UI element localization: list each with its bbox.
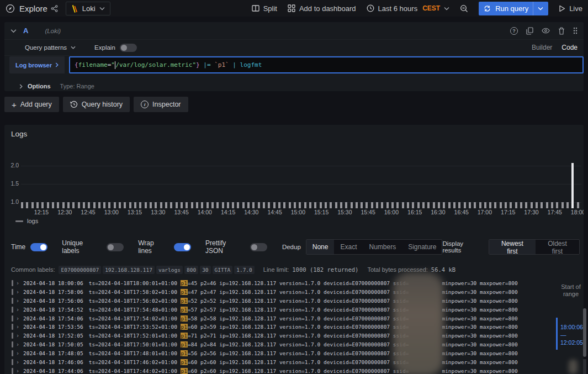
options-label[interactable]: Options <box>28 83 51 89</box>
x-axis-tick: 12:30 <box>57 209 72 215</box>
histogram-bar <box>57 202 59 208</box>
toggle-time[interactable]: Time <box>11 243 47 251</box>
query-expression: {filename="/var/log/solar.metric"} |= `p… <box>75 61 262 69</box>
log-browser-label: Log browser <box>15 62 52 69</box>
drag-handle-grip-icon[interactable] <box>573 27 578 34</box>
log-rows: ›2024-04-18 18:00:06ts=2024-04-18T18:00:… <box>9 279 584 374</box>
expand-row-icon[interactable]: › <box>16 359 19 365</box>
log-row[interactable]: ›2024-04-18 18:00:06ts=2024-04-18T18:00:… <box>9 279 584 288</box>
add-to-dashboard-button[interactable]: Add to dashboard <box>288 4 356 13</box>
query-token: " <box>111 61 115 69</box>
dedup-option-numbers[interactable]: Numbers <box>363 240 402 254</box>
expand-row-icon[interactable]: › <box>16 298 19 304</box>
inspector-button[interactable]: i Inspector <box>134 97 188 112</box>
toggle-prettify-json[interactable]: Prettify JSON <box>205 239 267 255</box>
scrollbar-track[interactable] <box>583 359 586 374</box>
expand-row-icon[interactable]: › <box>16 333 19 339</box>
histogram-bar <box>181 202 183 208</box>
histogram-bar <box>551 202 553 208</box>
start-of-range-label: Start of range <box>559 283 582 298</box>
range-marker[interactable]: 18:00:06 — 12:02:05 <box>560 323 583 346</box>
log-row[interactable]: ›2024-04-18 17:56:06ts=2024-04-18T17:56:… <box>9 297 584 305</box>
expand-row-icon[interactable]: › <box>16 289 19 295</box>
display-option-newest-first[interactable]: Newest first <box>489 240 536 254</box>
histogram-bar <box>165 202 167 208</box>
explain-toggle[interactable]: Explain <box>94 44 137 52</box>
share-icon[interactable] <box>51 5 58 12</box>
chevron-down-icon[interactable] <box>538 7 543 10</box>
toggle-visibility-eye-icon[interactable] <box>542 28 550 34</box>
query-patterns-label: Query patterns <box>25 44 67 51</box>
run-query-button[interactable]: Run query <box>479 2 548 15</box>
histogram-bar <box>134 202 136 208</box>
query-token: | <box>232 61 236 69</box>
expand-row-icon[interactable]: › <box>16 350 19 356</box>
datasource-picker[interactable]: Loki <box>66 2 110 15</box>
dedup-option-signature[interactable]: Signature <box>402 240 442 254</box>
log-row[interactable]: ›2024-04-18 17:44:06ts=2024-04-18T17:44:… <box>9 367 584 374</box>
collapse-chevron-icon[interactable] <box>10 29 17 33</box>
histogram-bar <box>325 202 327 208</box>
log-row[interactable]: ›2024-04-18 17:54:06ts=2024-04-18T17:54:… <box>9 314 584 323</box>
histogram-bar <box>386 202 389 208</box>
query-history-button[interactable]: Query history <box>63 97 130 112</box>
explain-switch[interactable] <box>120 44 137 52</box>
range-marker-bar <box>556 318 558 350</box>
log-row[interactable]: ›2024-04-18 17:50:05ts=2024-04-18T17:50:… <box>9 340 584 349</box>
display-option-oldest-first[interactable]: Oldest first <box>536 240 579 254</box>
query-patterns-dropdown[interactable]: Query patterns <box>25 44 76 51</box>
log-level-bar <box>12 350 13 356</box>
legend-series-label[interactable]: logs <box>27 218 38 224</box>
toggle-switch[interactable] <box>30 243 47 251</box>
x-axis-tick: 14:30 <box>244 209 258 215</box>
delete-query-trash-icon[interactable] <box>558 27 565 35</box>
x-axis-tick: 15:45 <box>361 209 375 215</box>
log-timestamp: 2024-04-18 17:56:06 <box>23 298 83 304</box>
help-icon[interactable]: ? <box>510 27 518 35</box>
expand-row-icon[interactable]: › <box>16 280 19 286</box>
histogram-bar <box>515 202 517 208</box>
time-range-picker[interactable]: Last 6 hours CEST <box>367 4 450 13</box>
expand-row-icon[interactable]: › <box>16 315 19 322</box>
log-row[interactable]: ›2024-04-18 17:54:52ts=2024-04-18T17:54:… <box>9 305 584 314</box>
expand-row-icon[interactable]: › <box>16 324 19 330</box>
histogram-bar <box>129 202 131 208</box>
tab-builder[interactable]: Builder <box>532 44 552 51</box>
x-axis-tick: 17:00 <box>478 209 492 215</box>
toggle-label: Prettify JSON <box>205 239 245 255</box>
log-toggles: TimeUnique labelsWrap linesPrettify JSON <box>11 239 267 255</box>
dedup-option-none[interactable]: None <box>306 240 335 254</box>
histogram-bar <box>47 202 49 208</box>
query-options-row[interactable]: Options Type: Range <box>4 77 584 95</box>
scrollbar-thumb[interactable] <box>583 308 586 357</box>
log-browser-button[interactable]: Log browser <box>9 56 65 73</box>
zoom-out-icon[interactable] <box>460 4 468 13</box>
toggle-switch[interactable] <box>107 243 124 251</box>
toggle-switch[interactable] <box>250 243 267 251</box>
x-axis-tick: 15:15 <box>314 209 329 215</box>
histogram-bar <box>474 202 476 208</box>
split-button[interactable]: Split <box>252 4 277 13</box>
dedup-option-exact[interactable]: Exact <box>334 240 363 254</box>
log-row[interactable]: ›2024-04-18 17:58:06ts=2024-04-18T17:58:… <box>9 288 584 297</box>
log-row[interactable]: ›2024-04-18 17:46:06ts=2024-04-18T17:46:… <box>9 358 584 367</box>
toggle-wrap-lines[interactable]: Wrap lines <box>138 239 191 255</box>
expand-row-icon[interactable]: › <box>16 307 19 313</box>
query-code-input[interactable]: {filename="/var/log/solar.metric"} |= `p… <box>69 56 584 73</box>
log-row[interactable]: ›2024-04-18 17:48:05ts=2024-04-18T17:48:… <box>9 349 584 358</box>
histogram-bar <box>62 202 65 208</box>
add-query-button[interactable]: + Add query <box>4 97 59 112</box>
toggle-label: Unique labels <box>62 239 102 255</box>
legend-swatch <box>15 220 23 222</box>
live-button[interactable]: Live <box>559 4 582 13</box>
toggle-unique-labels[interactable]: Unique labels <box>62 239 124 255</box>
duplicate-query-icon[interactable] <box>526 27 533 35</box>
search-match-highlight: p1 <box>181 289 188 295</box>
toggle-switch[interactable] <box>174 243 191 251</box>
expand-row-icon[interactable]: › <box>16 368 19 374</box>
query-toolbar-row: Query patterns Explain Builder Code <box>4 40 584 56</box>
tab-code[interactable]: Code <box>561 44 578 51</box>
expand-row-icon[interactable]: › <box>16 341 19 347</box>
log-row[interactable]: ›2024-04-18 17:52:05ts=2024-04-18T17:52:… <box>9 331 584 340</box>
log-row[interactable]: ›2024-04-18 17:53:56ts=2024-04-18T17:53:… <box>9 323 584 331</box>
